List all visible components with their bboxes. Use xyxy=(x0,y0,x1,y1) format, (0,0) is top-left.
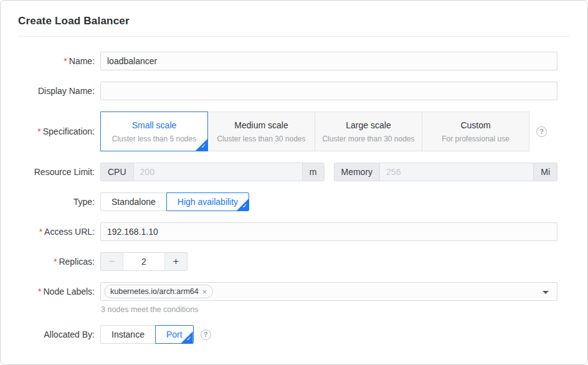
required-asterisk: * xyxy=(39,227,42,237)
name-control xyxy=(100,52,557,70)
memory-addon-label: Memory xyxy=(334,163,381,181)
form-row-name: *Name: xyxy=(18,52,557,70)
required-asterisk: * xyxy=(37,126,40,136)
required-asterisk: * xyxy=(38,287,41,296)
type-option-label: High availability xyxy=(178,197,238,207)
type-option-standalone[interactable]: Standalone xyxy=(100,192,167,211)
access-url-label: *Access URL: xyxy=(18,222,100,241)
memory-limit-group: Memory Mi xyxy=(334,163,558,181)
display-name-input[interactable] xyxy=(100,82,557,100)
allocated-by-help-icon[interactable]: ? xyxy=(201,329,211,340)
node-label-tag: kubernetes.io/arch:arm64 × xyxy=(104,285,213,298)
display-name-label-text: Display Name: xyxy=(38,86,95,96)
access-url-input[interactable] xyxy=(100,222,557,241)
spec-option-subtitle: Cluster more than 30 nodes xyxy=(322,135,414,143)
selected-corner-badge: ✓ xyxy=(237,199,249,211)
spec-option-title: Small scale xyxy=(132,120,177,130)
decrease-replicas-button[interactable]: − xyxy=(101,253,123,270)
specification-help-icon[interactable]: ? xyxy=(536,126,547,137)
check-icon: ✓ xyxy=(201,143,207,151)
load-balancer-form: *Name: Display Name: *Specification: Sma… xyxy=(1,37,587,344)
allocated-by-options: Instance Port✓ xyxy=(100,325,194,344)
node-labels-label: *Node Labels: xyxy=(18,282,100,301)
form-row-node-labels: *Node Labels: kubernetes.io/arch:arm64 ×… xyxy=(18,282,557,314)
form-row-resource-limit: Resource Limit: CPU m Memory Mi xyxy=(18,163,557,181)
allocated-by-option-label: Instance xyxy=(111,329,145,339)
create-load-balancer-dialog: Create Load Balancer *Name: Display Name… xyxy=(0,0,588,365)
spec-option-title: Large scale xyxy=(346,120,391,130)
spec-option-title: Custom xyxy=(460,120,490,130)
spec-option-subtitle: Cluster less than 5 nodes xyxy=(112,135,196,143)
spec-option-medium-scale[interactable]: Medium scale Cluster less than 30 nodes xyxy=(207,111,315,151)
memory-limit-input[interactable] xyxy=(380,163,533,181)
allocated-by-label: Allocated By: xyxy=(18,325,100,344)
replicas-label-text: Replicas: xyxy=(59,257,95,267)
page-title: Create Load Balancer xyxy=(18,15,570,27)
spec-option-subtitle: Cluster less than 30 nodes xyxy=(217,135,305,143)
replicas-control: − + xyxy=(100,252,557,271)
resource-limit-label-text: Resource Limit: xyxy=(34,167,95,177)
cpu-unit-label: m xyxy=(302,163,324,181)
spec-option-title: Medium scale xyxy=(234,120,288,130)
specification-options: Small scale Cluster less than 5 nodes ✓ … xyxy=(100,111,529,151)
cpu-limit-group: CPU m xyxy=(100,163,325,181)
type-label: Type: xyxy=(18,192,100,211)
form-row-replicas: *Replicas: − + xyxy=(18,252,557,271)
spec-option-custom[interactable]: Custom For professional use xyxy=(422,111,529,151)
display-name-control xyxy=(100,82,557,100)
type-option-high-availability[interactable]: High availability✓ xyxy=(166,192,249,211)
remove-tag-icon[interactable]: × xyxy=(202,288,207,296)
replicas-label: *Replicas: xyxy=(18,252,100,271)
spec-option-subtitle: For professional use xyxy=(442,135,510,143)
memory-unit-label: Mi xyxy=(533,163,557,181)
node-labels-control: kubernetes.io/arch:arm64 × 3 nodes meet … xyxy=(100,282,557,314)
check-icon: ✓ xyxy=(242,202,249,211)
node-labels-select[interactable]: kubernetes.io/arch:arm64 × xyxy=(100,282,557,301)
increase-replicas-button[interactable]: + xyxy=(164,253,187,270)
specification-label-text: Specification: xyxy=(43,126,95,136)
node-labels-helper-text: 3 nodes meet the conditions xyxy=(100,305,557,314)
allocated-by-label-text: Allocated By: xyxy=(44,329,95,339)
form-row-type: Type: Standalone High availability✓ xyxy=(18,192,557,211)
form-row-access-url: *Access URL: xyxy=(18,222,557,241)
type-options: Standalone High availability✓ xyxy=(100,192,249,211)
type-control: Standalone High availability✓ xyxy=(100,192,557,211)
allocated-by-option-port[interactable]: Port✓ xyxy=(155,325,194,344)
resource-limit-label: Resource Limit: xyxy=(18,163,100,181)
allocated-by-control: Instance Port✓ ? xyxy=(100,325,557,344)
dialog-header: Create Load Balancer xyxy=(1,1,587,27)
required-asterisk: * xyxy=(54,257,57,267)
selected-corner-badge: ✓ xyxy=(196,139,207,151)
node-label-tag-text: kubernetes.io/arch:arm64 xyxy=(110,287,199,296)
cpu-limit-input[interactable] xyxy=(134,163,302,181)
type-label-text: Type: xyxy=(74,197,95,207)
caret-down-icon xyxy=(543,291,549,294)
specification-control: Small scale Cluster less than 5 nodes ✓ … xyxy=(100,111,557,151)
allocated-by-option-label: Port xyxy=(166,329,183,339)
name-label-text: Name: xyxy=(69,56,95,66)
spec-option-large-scale[interactable]: Large scale Cluster more than 30 nodes xyxy=(315,111,422,151)
cpu-addon-label: CPU xyxy=(101,163,134,181)
form-row-allocated-by: Allocated By: Instance Port✓ ? xyxy=(18,325,557,344)
type-option-label: Standalone xyxy=(111,197,156,207)
check-icon: ✓ xyxy=(186,335,192,343)
specification-label: *Specification: xyxy=(18,111,100,151)
access-url-label-text: Access URL: xyxy=(44,227,95,237)
form-row-display-name: Display Name: xyxy=(18,82,557,100)
spec-option-small-scale[interactable]: Small scale Cluster less than 5 nodes ✓ xyxy=(100,111,208,151)
node-labels-label-text: Node Labels: xyxy=(43,287,95,296)
resource-limit-control: CPU m Memory Mi xyxy=(100,163,557,181)
selected-corner-badge: ✓ xyxy=(181,331,193,343)
replicas-stepper: − + xyxy=(100,252,187,271)
access-url-control xyxy=(100,222,557,241)
name-input[interactable] xyxy=(100,52,557,70)
form-row-specification: *Specification: Small scale Cluster less… xyxy=(18,111,557,151)
name-label: *Name: xyxy=(18,52,100,70)
allocated-by-option-instance[interactable]: Instance xyxy=(100,325,156,344)
replicas-input[interactable] xyxy=(123,253,164,270)
display-name-label: Display Name: xyxy=(18,82,100,100)
required-asterisk: * xyxy=(64,56,67,66)
